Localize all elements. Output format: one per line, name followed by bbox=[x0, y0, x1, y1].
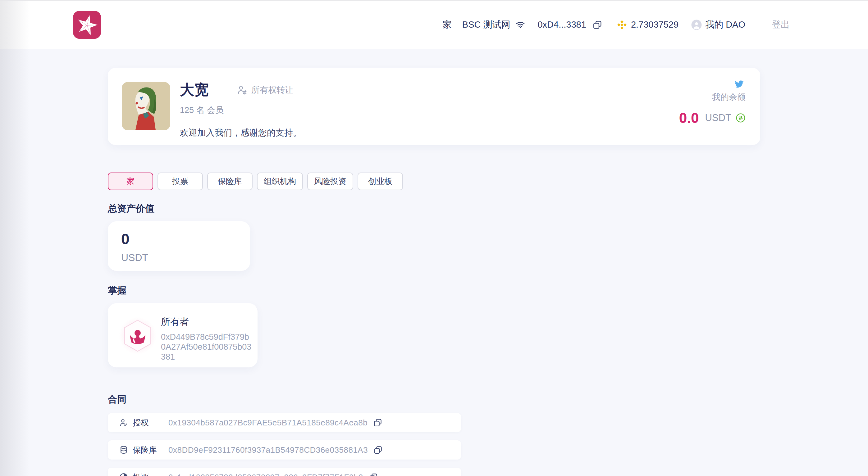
twitter-icon[interactable] bbox=[734, 80, 744, 89]
total-assets-card: 0 USDT bbox=[108, 221, 250, 271]
contract-label: 保险库 bbox=[133, 445, 168, 455]
contract-row-auth: 授权 0x19304b587a027Bc9FAE5e5B71A5185e89c4… bbox=[108, 413, 461, 432]
tab-startup[interactable]: 创业板 bbox=[358, 173, 403, 190]
balance-value: 0.0 bbox=[679, 109, 699, 126]
owner-info: 所有者 0xD449B78c59dFf379b0A27Af50e81f00875… bbox=[161, 315, 252, 362]
owner-title: 所有者 bbox=[161, 315, 252, 328]
dao-profile-card: 大宽 所有权转让 125 名 会员 欢迎加入我们，感谢您的支持。 我的余额 bbox=[108, 68, 760, 145]
contract-label: 授权 bbox=[133, 417, 168, 428]
copy-address-icon[interactable] bbox=[592, 20, 602, 30]
profile-info: 大宽 所有权转让 125 名 会员 欢迎加入我们，感谢您的支持。 bbox=[180, 80, 302, 139]
swap-icon[interactable] bbox=[736, 113, 746, 123]
contract-address: 0x1ad168856782d052670897e239c3FD7f77F1F0… bbox=[168, 473, 363, 476]
dao-dashboard-page: 家 BSC 测试网 0xD4...3381 bbox=[0, 0, 868, 476]
contract-address: 0x19304b587a027Bc9FAE5e5B71A5185e89c4Aea… bbox=[168, 418, 368, 428]
balance-label: 我的余额 bbox=[679, 92, 746, 103]
starfish-logo-icon[interactable] bbox=[73, 11, 101, 39]
balance-unit: USDT bbox=[705, 112, 731, 124]
balance-panel: 我的余额 0.0 USDT bbox=[679, 80, 746, 126]
tab-organization[interactable]: 组织机构 bbox=[257, 173, 303, 190]
contract-address: 0x8DD9eF92311760f3937a1B54978CD36e035881… bbox=[168, 445, 368, 455]
nav-network[interactable]: BSC 测试网 bbox=[462, 19, 526, 31]
left-edge-shadow bbox=[0, 1, 30, 476]
tab-venture[interactable]: 风险投资 bbox=[307, 173, 353, 190]
total-assets-heading: 总资产价值 bbox=[108, 202, 154, 215]
copy-icon[interactable] bbox=[373, 445, 383, 454]
control-heading: 掌握 bbox=[108, 284, 126, 297]
top-navbar: 家 BSC 测试网 0xD4...3381 bbox=[0, 1, 868, 49]
ownership-transfer-button[interactable]: 所有权转让 bbox=[237, 84, 293, 96]
owner-address: 0xD449B78c59dFf379b0A27Af50e81f00875b033… bbox=[161, 332, 252, 362]
dao-avatar-image bbox=[122, 82, 170, 130]
wifi-icon bbox=[515, 20, 526, 30]
total-assets-unit: USDT bbox=[121, 252, 250, 264]
nav-bnb-balance[interactable]: 2.73037529 bbox=[617, 20, 679, 30]
user-avatar-icon bbox=[691, 19, 702, 30]
tab-voting[interactable]: 投票 bbox=[157, 173, 203, 190]
contract-row-vault: 保险库 0x8DD9eF92311760f3937a1B54978CD36e03… bbox=[108, 440, 461, 460]
members-count: 125 名 会员 bbox=[180, 105, 302, 116]
bnb-icon bbox=[617, 20, 627, 30]
logout-button[interactable]: 登出 bbox=[772, 19, 790, 31]
user-check-icon bbox=[119, 418, 128, 428]
owner-badge bbox=[119, 315, 156, 356]
nav-wallet-address[interactable]: 0xD4...3381 bbox=[537, 20, 602, 30]
section-tabs: 家 投票 保险库 组织机构 风险投资 创业板 bbox=[108, 173, 407, 190]
copy-icon[interactable] bbox=[373, 418, 382, 427]
contracts-heading: 合同 bbox=[108, 393, 126, 406]
total-assets-value: 0 bbox=[121, 231, 250, 248]
navbar-menu: 家 BSC 测试网 0xD4...3381 bbox=[443, 1, 790, 49]
pie-chart-icon bbox=[119, 472, 128, 476]
owner-card: 所有者 0xD449B78c59dFf379b0A27Af50e81f00875… bbox=[108, 303, 257, 367]
contracts-list: 授权 0x19304b587a027Bc9FAE5e5B71A5185e89c4… bbox=[108, 413, 461, 476]
copy-icon[interactable] bbox=[369, 473, 378, 476]
contract-label: 投票 bbox=[133, 472, 168, 476]
welcome-text: 欢迎加入我们，感谢您的支持。 bbox=[180, 127, 302, 139]
tab-home[interactable]: 家 bbox=[108, 173, 153, 190]
dao-name: 大宽 bbox=[180, 80, 209, 100]
nav-my-dao[interactable]: 我的 DAO bbox=[691, 19, 745, 31]
person-swap-icon bbox=[237, 85, 248, 95]
contract-row-voting: 投票 0x1ad168856782d052670897e239c3FD7f77F… bbox=[108, 468, 461, 476]
nav-home-link[interactable]: 家 bbox=[443, 19, 452, 31]
crown-hexagon-icon bbox=[121, 318, 154, 353]
database-icon bbox=[119, 445, 128, 455]
tab-vault[interactable]: 保险库 bbox=[207, 173, 253, 190]
